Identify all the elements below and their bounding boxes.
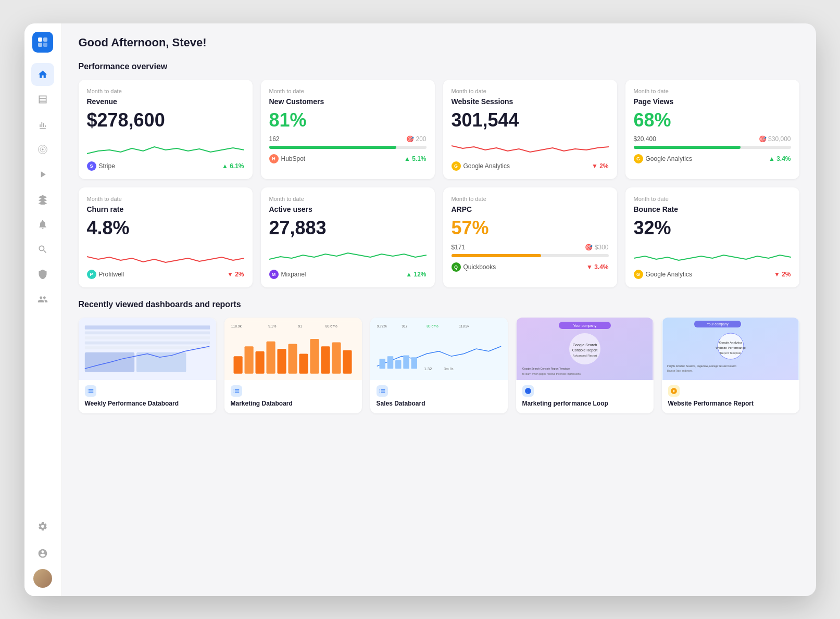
page-views-current: $20,400 [634,135,656,143]
svg-rect-40 [411,357,417,369]
marketing-icon-row [231,385,356,397]
svg-text:80.67%: 80.67% [325,324,337,328]
dashboard-card-marketing[interactable]: 118.9k 9.1% 91 80.67% [224,318,362,413]
new-customers-target: 🎯 200 [406,135,426,143]
website-performance-icon [668,385,680,397]
sales-icon-row [377,385,502,397]
svg-point-6 [42,148,43,150]
google-analytics-icon-2: G [634,154,643,163]
mixpanel-icon: M [269,270,279,279]
sidebar-item-play[interactable] [31,163,54,186]
bounce-rate-value: 32% [634,218,791,238]
active-users-sparkline [269,244,427,264]
arpc-change: ▼ 3.4% [586,263,609,271]
app-window: Good Afternoon, Steve! Performance overv… [24,23,816,596]
sidebar-item-target[interactable] [31,138,54,161]
new-customers-footer: H HubSpot ▲ 5.1% [269,154,427,163]
app-logo[interactable] [32,32,53,53]
sidebar-item-stack[interactable] [31,188,54,211]
sidebar-item-chart[interactable] [31,113,54,136]
new-customers-source-label: HubSpot [281,155,306,162]
churn-rate-sparkline [87,244,244,264]
svg-text:118.9k: 118.9k [231,324,242,328]
page-views-change: ▲ 3.4% [769,155,791,162]
page-views-target: 🎯 $30,000 [759,135,791,143]
churn-rate-footer: P Profitwell ▼ 2% [87,270,244,279]
bounce-rate-source-label: Google Analytics [646,271,692,278]
arpc-value: 57% [452,218,609,238]
svg-rect-20 [277,349,286,374]
sidebar-item-shield[interactable] [31,263,54,286]
weekly-title: Weekly Performance Databoard [85,400,210,407]
svg-rect-9 [84,331,209,334]
metric-card-website-sessions: Month to date Website Sessions 301,544 G… [443,80,617,180]
bounce-rate-change: ▼ 2% [774,271,791,278]
website-sessions-sparkline [452,135,609,156]
svg-text:Insights included: Sessions, P: Insights included: Sessions, Pageviews, … [667,365,736,368]
svg-rect-22 [299,353,308,373]
google-analytics-icon-1: G [452,161,461,171]
sidebar-item-team[interactable] [31,288,54,311]
dashboard-card-sales[interactable]: 9.72% 917 80.67% 118.9k [370,318,508,413]
svg-text:Advanced Report: Advanced Report [572,354,597,357]
active-users-period: Month to date [269,196,427,202]
revenue-source-label: Stripe [99,162,115,170]
weekly-icon [85,385,96,397]
dashboard-card-weekly[interactable]: Weekly Performance Databoard [79,318,216,413]
sidebar-item-search[interactable] [31,238,54,261]
website-performance-preview: Your company Google Analytics Website Pe… [662,318,799,380]
revenue-change: ▲ 6.1% [222,162,244,170]
sidebar-item-profile[interactable] [31,542,54,565]
active-users-value: 27,883 [269,218,427,238]
marketing-loop-info: Marketing performance Loop [516,380,654,413]
sidebar-item-table[interactable] [31,88,54,111]
sidebar-item-home[interactable] [31,63,54,86]
svg-rect-37 [387,356,393,369]
arpc-source-label: Quickbooks [463,263,496,271]
bounce-rate-source: G Google Analytics [634,270,692,279]
churn-rate-source-label: Profitwell [99,271,124,278]
active-users-change: ▲ 12% [406,271,426,278]
svg-rect-14 [136,352,186,372]
header: Good Afternoon, Steve! [79,36,799,49]
metrics-grid-top: Month to date Revenue $278,600 S Stripe [79,80,799,180]
performance-section-title: Performance overview [79,62,799,71]
profitwell-icon: P [87,270,96,279]
revenue-period: Month to date [87,88,244,94]
dashboard-card-marketing-loop[interactable]: Your company Google Search Console Repor… [516,318,654,413]
churn-rate-value: 4.8% [87,218,244,238]
svg-text:Your company: Your company [573,324,596,328]
new-customers-current: 162 [269,135,280,143]
svg-text:Google Search Console Report T: Google Search Console Report Template [522,367,570,370]
metrics-grid-bottom: Month to date Churn rate 4.8% P Profitwe… [79,187,799,287]
metric-card-churn-rate: Month to date Churn rate 4.8% P Profitwe… [79,187,253,287]
svg-text:1.32: 1.32 [424,367,432,371]
page-views-progress-fill [634,146,741,149]
website-sessions-value: 301,544 [452,110,609,131]
dashboard-card-website-performance[interactable]: Your company Google Analytics Website Pe… [662,318,799,413]
website-sessions-title: Website Sessions [452,97,609,106]
new-customers-value: 81% [269,110,427,131]
new-customers-progress-fill [269,146,397,149]
revenue-value: $278,600 [87,110,244,131]
active-users-title: Active users [269,205,427,213]
greeting-text: Good Afternoon, Steve! [79,36,799,49]
arpc-target: 🎯 $300 [585,244,608,251]
revenue-footer: S Stripe ▲ 6.1% [87,161,244,171]
revenue-title: Revenue [87,97,244,106]
user-avatar[interactable] [33,569,52,588]
svg-rect-16 [233,356,242,373]
metric-card-arpc: Month to date ARPC 57% $171 🎯 $300 Q Qui… [443,187,617,287]
weekly-preview [79,318,216,380]
metric-card-bounce-rate: Month to date Bounce Rate 32% G Google A… [625,187,799,287]
stripe-icon: S [87,161,96,171]
active-users-source: M Mixpanel [269,270,306,279]
sidebar-item-settings[interactable] [31,515,54,538]
revenue-source: S Stripe [87,161,115,171]
sidebar-item-notification[interactable] [31,213,54,236]
website-performance-title: Website Performance Report [668,400,793,407]
recently-viewed-section: Recently viewed dashboards and reports [79,300,799,413]
svg-text:Your company: Your company [707,322,729,326]
svg-text:Console Report: Console Report [572,348,597,352]
arpc-title: ARPC [452,205,609,213]
